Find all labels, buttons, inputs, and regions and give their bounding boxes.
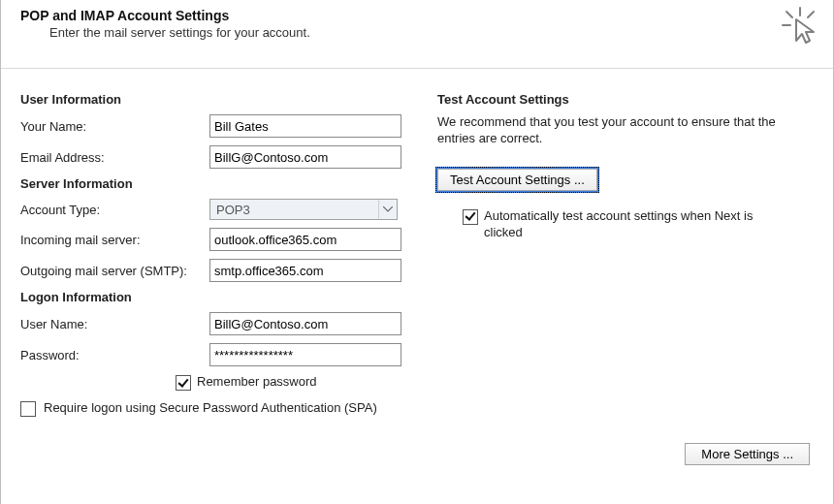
dialog-title: POP and IMAP Account Settings (20, 8, 814, 23)
logon-info-heading: Logon Information (20, 290, 437, 304)
account-type-select[interactable]: POP3 (209, 199, 398, 220)
account-type-label: Account Type: (20, 203, 209, 217)
username-label: User Name: (20, 317, 209, 331)
email-address-input[interactable] (209, 145, 401, 169)
dialog-subtitle: Enter the mail server settings for your … (49, 25, 814, 40)
right-column: Test Account Settings We recommend that … (437, 88, 814, 417)
remember-password-row[interactable]: Remember password (176, 374, 437, 391)
spa-row[interactable]: Require logon using Secure Password Auth… (20, 400, 437, 417)
user-info-heading: User Information (20, 92, 437, 107)
password-input[interactable] (209, 343, 401, 366)
spa-checkbox[interactable] (20, 401, 36, 417)
server-info-heading: Server Information (20, 176, 437, 191)
your-name-input[interactable] (209, 114, 401, 138)
auto-test-label: Automatically test account settings when… (484, 208, 773, 241)
username-input[interactable] (209, 312, 401, 335)
remember-password-checkbox[interactable] (176, 375, 191, 391)
email-address-label: Email Address: (20, 150, 209, 165)
left-column: User Information Your Name: Email Addres… (20, 88, 437, 417)
account-settings-dialog: POP and IMAP Account Settings Enter the … (0, 0, 834, 504)
test-button-label: Test Account Settings ... (450, 173, 585, 187)
chevron-down-icon (378, 200, 397, 219)
account-type-value: POP3 (210, 203, 378, 217)
incoming-server-input[interactable] (209, 228, 401, 251)
cursor-click-icon (781, 6, 819, 45)
more-settings-label: More Settings ... (701, 447, 793, 461)
dialog-header: POP and IMAP Account Settings Enter the … (1, 0, 833, 69)
outgoing-server-label: Outgoing mail server (SMTP): (20, 264, 209, 278)
svg-line-1 (786, 12, 792, 17)
password-label: Password: (20, 348, 209, 362)
more-settings-button[interactable]: More Settings ... (685, 443, 810, 465)
test-description: We recommend that you test your account … (437, 114, 786, 147)
test-heading: Test Account Settings (437, 92, 814, 107)
svg-line-2 (808, 12, 814, 17)
auto-test-checkbox[interactable] (463, 209, 478, 225)
auto-test-row[interactable]: Automatically test account settings when… (463, 208, 773, 241)
your-name-label: Your Name: (20, 119, 209, 134)
test-account-settings-button[interactable]: Test Account Settings ... (437, 169, 597, 191)
spa-label: Require logon using Secure Password Auth… (44, 400, 377, 415)
outgoing-server-input[interactable] (209, 259, 401, 282)
incoming-server-label: Incoming mail server: (20, 233, 209, 247)
remember-password-label: Remember password (197, 374, 317, 389)
